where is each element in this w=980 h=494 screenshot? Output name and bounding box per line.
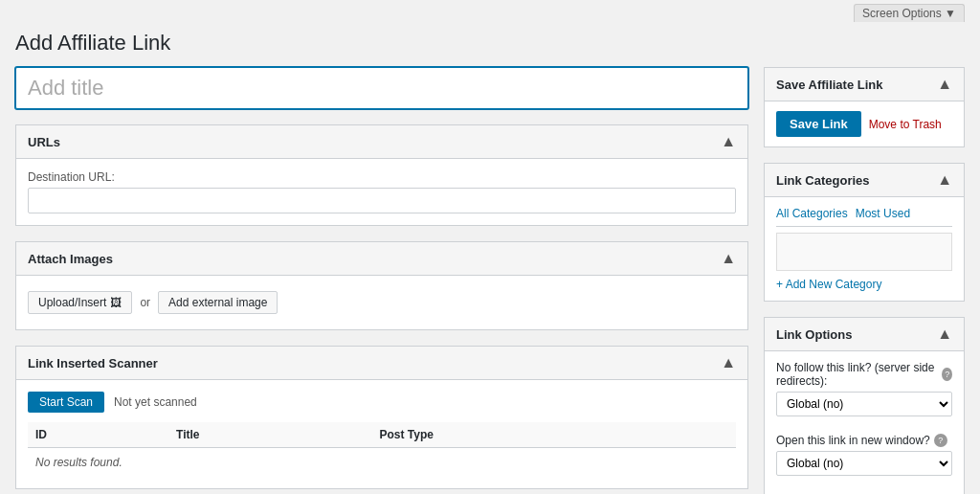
cat-list-area xyxy=(776,233,952,271)
col-post-type: Post Type xyxy=(371,422,736,448)
scan-table-body: No results found. xyxy=(28,448,736,478)
urls-panel-header: URLs ▲ xyxy=(16,125,747,159)
screen-options-button[interactable]: Screen Options ▼ xyxy=(854,4,965,22)
link-options-header: Link Options ▲ xyxy=(765,318,964,351)
col-id: ID xyxy=(28,422,168,448)
open-new-window-group: Open this link in new window? ? Global (… xyxy=(776,434,952,485)
urls-panel: URLs ▲ Destination URL: xyxy=(15,124,748,226)
attach-row: Upload/Insert 🖼 or Add external image xyxy=(28,287,736,318)
link-categories-header: Link Categories ▲ xyxy=(765,164,964,197)
no-follow-select[interactable]: Global (no) Yes No xyxy=(776,392,952,416)
no-follow-group: No follow this link? (server side redire… xyxy=(776,361,952,426)
or-text: or xyxy=(140,296,150,309)
destination-url-input[interactable] xyxy=(28,188,736,213)
save-panel-header: Save Affiliate Link ▲ xyxy=(765,68,964,101)
no-follow-help-icon[interactable]: ? xyxy=(942,368,952,381)
title-input[interactable] xyxy=(15,67,748,109)
link-categories-panel: Link Categories ▲ All Categories Most Us… xyxy=(764,163,965,302)
scanner-panel-title: Link Inserted Scanner xyxy=(28,356,158,370)
no-follow-label-text: No follow this link? (server side redire… xyxy=(776,361,938,388)
link-categories-title: Link Categories xyxy=(776,173,870,188)
save-link-button[interactable]: Save Link xyxy=(776,111,861,137)
no-results-cell: No results found. xyxy=(28,448,736,478)
urls-panel-toggle[interactable]: ▲ xyxy=(721,133,736,150)
open-new-window-help-icon[interactable]: ? xyxy=(934,434,947,447)
attach-images-panel-toggle[interactable]: ▲ xyxy=(721,250,736,267)
upload-icon: 🖼 xyxy=(110,296,122,309)
link-options-title: Link Options xyxy=(776,327,852,342)
link-categories-toggle[interactable]: ▲ xyxy=(937,171,952,189)
upload-insert-button[interactable]: Upload/Insert 🖼 xyxy=(28,291,132,314)
scanner-panel: Link Inserted Scanner ▲ Start Scan Not y… xyxy=(15,346,748,489)
destination-url-label: Destination URL: xyxy=(28,170,736,184)
save-panel-title: Save Affiliate Link xyxy=(776,78,883,92)
attach-images-panel-title: Attach Images xyxy=(28,252,113,266)
scan-table: ID Title Post Type No results found. xyxy=(28,422,736,477)
open-new-window-label-text: Open this link in new window? xyxy=(776,434,930,447)
cat-tab-links: All Categories Most Used xyxy=(776,207,952,227)
save-panel-toggle[interactable]: ▲ xyxy=(937,76,952,93)
scanner-panel-header: Link Inserted Scanner ▲ xyxy=(16,347,747,380)
save-panel: Save Affiliate Link ▲ Save Link Move to … xyxy=(764,67,965,147)
left-column: URLs ▲ Destination URL: Attach Images ▲ … xyxy=(15,67,748,494)
scanner-panel-toggle[interactable]: ▲ xyxy=(721,354,736,371)
link-options-toggle[interactable]: ▲ xyxy=(937,326,952,343)
all-categories-link[interactable]: All Categories xyxy=(776,207,848,220)
link-options-panel: Link Options ▲ No follow this link? (ser… xyxy=(764,317,965,494)
save-panel-body: Save Link Move to Trash xyxy=(765,101,964,146)
open-new-window-label: Open this link in new window? ? xyxy=(776,434,952,447)
open-new-window-select[interactable]: Global (no) Yes No xyxy=(776,451,952,476)
right-column: Save Affiliate Link ▲ Save Link Move to … xyxy=(764,67,965,494)
attach-images-panel: Attach Images ▲ Upload/Insert 🖼 or Add e… xyxy=(15,241,748,330)
add-external-image-button[interactable]: Add external image xyxy=(158,291,278,314)
add-new-category-link[interactable]: + Add New Category xyxy=(776,278,881,291)
table-row: No results found. xyxy=(28,448,736,478)
scanner-panel-body: Start Scan Not yet scanned ID Title Post… xyxy=(16,380,747,488)
link-categories-body: All Categories Most Used + Add New Categ… xyxy=(765,197,964,301)
not-scanned-text: Not yet scanned xyxy=(114,395,197,409)
save-actions: Save Link Move to Trash xyxy=(776,111,952,137)
page-title: Add Affiliate Link xyxy=(0,23,980,67)
scan-table-head: ID Title Post Type xyxy=(28,422,736,448)
scan-table-header-row: ID Title Post Type xyxy=(28,422,736,448)
upload-insert-label: Upload/Insert xyxy=(38,296,106,309)
attach-images-panel-body: Upload/Insert 🖼 or Add external image xyxy=(16,276,747,329)
link-options-body: No follow this link? (server side redire… xyxy=(765,351,964,494)
urls-panel-body: Destination URL: xyxy=(16,159,747,225)
move-to-trash-link[interactable]: Move to Trash xyxy=(869,118,942,131)
col-title: Title xyxy=(168,422,371,448)
no-follow-label: No follow this link? (server side redire… xyxy=(776,361,952,388)
scanner-header-row: Start Scan Not yet scanned xyxy=(28,392,736,413)
urls-panel-title: URLs xyxy=(28,135,60,149)
most-used-link[interactable]: Most Used xyxy=(856,207,910,220)
attach-images-panel-header: Attach Images ▲ xyxy=(16,242,747,276)
start-scan-button[interactable]: Start Scan xyxy=(28,392,104,413)
